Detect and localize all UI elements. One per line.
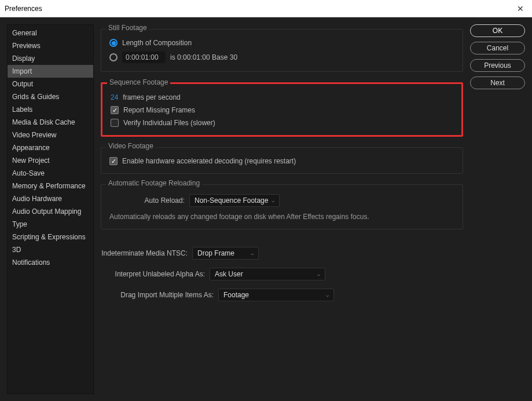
drag-import-value: Footage [223,291,249,299]
preferences-sidebar: GeneralPreviewsDisplayImportOutputGrids … [7,24,94,394]
dialog-title: Preferences [5,5,42,13]
sequence-footage-section: Sequence Footage 24 frames per second ✓ … [101,82,463,137]
preferences-dialog: Preferences ✕ GeneralPreviewsDisplayImpo… [0,0,532,401]
sidebar-item-memory-performance[interactable]: Memory & Performance [8,180,93,192]
ntsc-select[interactable]: Drop Frame ⌵ [192,247,259,260]
auto-reload-select[interactable]: Non-Sequence Footage ⌵ [189,194,280,207]
duration-input[interactable]: 0:00:01:00 [122,52,166,63]
chevron-down-icon: ⌵ [251,250,254,256]
close-icon[interactable]: ✕ [513,3,527,14]
next-button[interactable]: Next [470,76,525,89]
sidebar-item-grids-guides[interactable]: Grids & Guides [8,90,93,103]
radio-length-label: Length of Composition [122,39,192,47]
auto-reload-note: Automatically reloads any changed footag… [109,213,454,221]
sidebar-item-audio-hardware[interactable]: Audio Hardware [8,192,93,205]
report-missing-frames-label: Report Missing Frames [123,106,195,114]
fps-value[interactable]: 24 [111,93,118,101]
ntsc-label: Indeterminate Media NTSC: [101,249,188,257]
sidebar-item-type[interactable]: Type [8,218,93,231]
sidebar-item-appearance[interactable]: Appearance [8,141,93,154]
still-footage-section: Still Footage Length of Composition 0:00… [101,29,463,72]
sidebar-item-scripting-expressions[interactable]: Scripting & Expressions [8,231,93,243]
misc-dropdowns: Indeterminate Media NTSC: Drop Frame ⌵ I… [101,239,463,301]
sidebar-item-auto-save[interactable]: Auto-Save [8,167,93,180]
duration-suffix-label: is 0:00:01:00 Base 30 [170,53,237,61]
ok-button[interactable]: OK [470,24,525,37]
still-footage-legend: Still Footage [106,24,149,32]
sidebar-item-media-disk-cache[interactable]: Media & Disk Cache [8,116,93,129]
chevron-down-icon: ⌵ [317,271,320,277]
cancel-button[interactable]: Cancel [470,42,525,54]
auto-reloading-section: Automatic Footage Reloading Auto Reload:… [101,184,463,229]
sidebar-item-display[interactable]: Display [8,52,93,65]
video-footage-section: Video Footage ✓ Enable hardware accelera… [101,147,463,174]
checkbox-verify-individual-files[interactable] [111,119,119,127]
titlebar: Preferences ✕ [0,0,532,17]
sidebar-item-notifications[interactable]: Notifications [8,256,93,269]
auto-reload-value: Non-Sequence Footage [195,196,268,205]
checkbox-hardware-decoding[interactable]: ✓ [109,157,118,165]
dialog-buttons: OK Cancel Previous Next [470,24,525,394]
chevron-down-icon: ⌵ [326,292,329,298]
sidebar-item-3d[interactable]: 3D [8,243,93,256]
radio-length-of-composition[interactable] [109,39,118,47]
auto-reloading-legend: Automatic Footage Reloading [106,179,202,187]
auto-reload-label: Auto Reload: [109,196,185,205]
alpha-value: Ask User [215,270,243,278]
sidebar-item-previews[interactable]: Previews [8,39,93,52]
drag-import-label: Drag Import Multiple Items As: [101,291,214,299]
sidebar-item-labels[interactable]: Labels [8,103,93,116]
radio-custom-length[interactable] [109,53,118,61]
hardware-decoding-label: Enable hardware accelerated decoding (re… [122,157,296,165]
sidebar-item-new-project[interactable]: New Project [8,154,93,167]
sidebar-item-audio-output-mapping[interactable]: Audio Output Mapping [8,205,93,218]
verify-individual-files-label: Verify Individual Files (slower) [123,119,215,127]
video-footage-legend: Video Footage [106,142,156,150]
drag-import-select[interactable]: Footage ⌵ [218,289,334,301]
previous-button[interactable]: Previous [470,59,525,72]
sidebar-item-import[interactable]: Import [8,65,93,78]
ntsc-value: Drop Frame [197,249,234,257]
sequence-footage-legend: Sequence Footage [107,78,170,86]
fps-label: frames per second [123,93,180,101]
content-area: GeneralPreviewsDisplayImportOutputGrids … [0,17,532,401]
alpha-select[interactable]: Ask User ⌵ [210,268,325,280]
alpha-label: Interpret Unlabeled Alpha As: [101,270,205,278]
chevron-down-icon: ⌵ [271,198,274,203]
sidebar-item-output[interactable]: Output [8,78,93,90]
sidebar-item-general[interactable]: General [8,27,93,39]
sidebar-item-video-preview[interactable]: Video Preview [8,129,93,141]
checkbox-report-missing-frames[interactable]: ✓ [111,106,119,114]
preferences-main: Still Footage Length of Composition 0:00… [101,24,463,394]
